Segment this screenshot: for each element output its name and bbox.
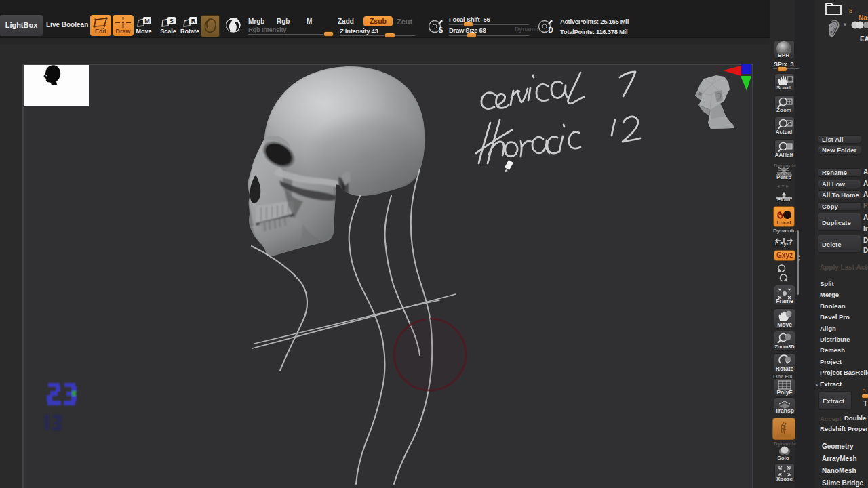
svg-text:Ghost: Ghost xyxy=(776,432,791,439)
svg-text:R: R xyxy=(191,18,196,24)
svg-text:Zoom3D: Zoom3D xyxy=(774,344,794,350)
svg-text:Transp: Transp xyxy=(775,407,794,414)
svg-text:Edit: Edit xyxy=(95,28,106,35)
svg-text:Rotate: Rotate xyxy=(180,28,199,35)
svg-text:Frame: Frame xyxy=(776,298,793,304)
svg-text:Draw: Draw xyxy=(115,28,131,35)
svg-text:Move: Move xyxy=(777,321,792,328)
svg-text:Scale: Scale xyxy=(160,28,176,35)
svg-text:Local: Local xyxy=(777,220,791,226)
svg-text:Move: Move xyxy=(136,28,151,35)
svg-text:S: S xyxy=(439,26,443,34)
svg-text:D: D xyxy=(548,26,553,34)
svg-text:Rotate: Rotate xyxy=(776,365,794,372)
svg-text:PolyF: PolyF xyxy=(776,389,792,396)
svg-text:Xpose: Xpose xyxy=(776,476,793,481)
svg-text:M: M xyxy=(144,18,150,24)
svg-text:S: S xyxy=(170,18,174,24)
